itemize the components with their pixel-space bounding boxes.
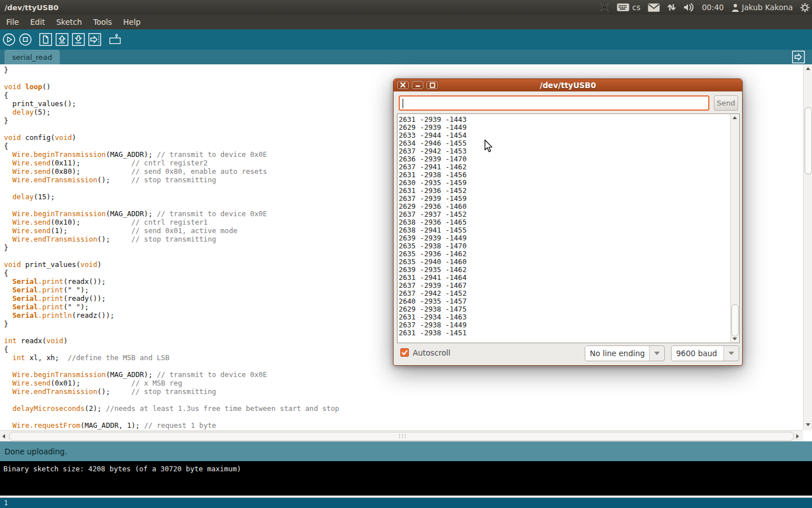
pinwheel-icon[interactable]: [599, 2, 610, 12]
toolbar: [0, 29, 812, 50]
serial-data-line: 2637 -2942 -1453: [399, 147, 739, 155]
serial-data-line: 2631 -2941 -1464: [399, 274, 739, 282]
open-sketch-button[interactable]: [55, 33, 69, 46]
status-bar: Done uploading.: [0, 441, 812, 461]
keyboard-layout-code: cs: [632, 3, 640, 12]
upload-button[interactable]: [88, 33, 102, 46]
serial-monitor-controls: Autoscroll No line ending 9600 baud: [394, 343, 742, 366]
serial-data-line: 2637 -2939 -1467: [399, 282, 739, 290]
system-tray: cs 00:40 Jakub Kakona: [599, 0, 810, 15]
clock[interactable]: 00:40: [702, 3, 724, 12]
code-line: [4, 413, 803, 421]
code-line: [4, 396, 803, 404]
send-button[interactable]: Send: [714, 95, 738, 111]
serial-monitor-titlebar[interactable]: /dev/ttyUSB0: [394, 79, 742, 91]
code-line: }: [4, 65, 803, 74]
menu-item-file[interactable]: File: [6, 17, 19, 27]
mouse-cursor: [484, 139, 495, 155]
session-gear-icon[interactable]: [800, 3, 810, 12]
user-name: Jakub Kakona: [742, 3, 793, 12]
serial-data-line: 2634 -2946 -1455: [399, 139, 739, 147]
serial-data-line: 2629 -2938 -1475: [399, 305, 739, 313]
serial-data-line: 2631 -2936 -1452: [399, 187, 739, 195]
menu-item-sketch[interactable]: Sketch: [56, 17, 82, 27]
tab-menu-button[interactable]: [792, 50, 805, 64]
serial-data-line: 2635 -2938 -1470: [399, 242, 739, 250]
keyboard-icon: [617, 3, 629, 11]
serial-output-lines: 2631 -2939 -14432629 -2939 -14492633 -29…: [399, 116, 739, 337]
console-output: Binary sketch size: 4208 bytes (of a 307…: [0, 461, 812, 496]
code-line: delayMicroseconds(2); //needs at least 1…: [4, 404, 803, 413]
serial-data-line: 2638 -2941 -1455: [399, 226, 739, 234]
clock-time: 00:40: [702, 3, 724, 12]
baud-rate-value: 9600 baud: [672, 346, 724, 361]
serial-data-line: 2635 -2940 -1460: [399, 258, 739, 266]
code-line: Wire.requestFrom(MAG_ADDR, 1); // reques…: [4, 421, 803, 430]
serial-output-scrollbar[interactable]: [730, 114, 739, 343]
minimize-icon: [415, 82, 421, 87]
serial-scroll-thumb[interactable]: [731, 304, 739, 336]
code-line: Wire.send(0x01); // x MSB reg: [4, 379, 803, 387]
chevron-down-icon: [654, 352, 660, 355]
system-panel: /dev/ttyUSB0 cs 00:40 Jakub Kakona: [0, 0, 812, 15]
serial-data-line: 2640 -2935 -1457: [399, 297, 739, 305]
serial-data-line: 2637 -2941 -1462: [399, 163, 739, 171]
serial-data-line: 2637 -2939 -1459: [399, 195, 739, 203]
serial-data-line: 2639 -2939 -1449: [399, 234, 739, 242]
close-button[interactable]: [397, 81, 409, 89]
autoscroll-label: Autoscroll: [413, 348, 451, 357]
serial-data-line: 2637 -2938 -1449: [399, 321, 739, 329]
keyboard-layout-indicator[interactable]: cs: [617, 3, 640, 12]
serial-output-area[interactable]: 2631 -2939 -14432629 -2939 -14492633 -29…: [397, 113, 740, 343]
check-icon: [401, 350, 408, 356]
tab-serial-read[interactable]: serial_read: [5, 50, 60, 64]
baud-rate-select[interactable]: 9600 baud: [671, 345, 739, 361]
menubar: FileEditSketchToolsHelp: [0, 15, 812, 29]
stop-button[interactable]: [19, 33, 32, 46]
serial-data-line: 2631 -2938 -1456: [399, 171, 739, 179]
minimize-button[interactable]: [412, 81, 423, 89]
line-indicator-strip: 1: [0, 497, 812, 508]
maximize-button[interactable]: [426, 81, 438, 89]
line-ending-select[interactable]: No line ending: [585, 345, 665, 361]
maximize-icon: [430, 82, 435, 88]
serial-data-line: 2631 -2939 -1443: [399, 116, 739, 124]
baud-dropdown-button[interactable]: [724, 346, 739, 361]
new-sketch-button[interactable]: [39, 33, 52, 46]
menu-item-tools[interactable]: Tools: [93, 17, 112, 27]
save-sketch-button[interactable]: [72, 33, 85, 46]
updown-arrows-icon[interactable]: [667, 3, 676, 12]
user-icon: [731, 3, 739, 12]
close-icon: [400, 82, 405, 87]
send-button-label: Send: [717, 99, 735, 107]
tab-strip: serial_read: [0, 50, 812, 64]
autoscroll-checkbox[interactable]: [400, 348, 409, 357]
serial-monitor-title: /dev/ttyUSB0: [540, 81, 596, 90]
serial-monitor-window: /dev/ttyUSB0 Send 2631 -2939 -14432629 -…: [393, 78, 743, 366]
window-controls: [397, 81, 438, 89]
serial-data-line: 2637 -2942 -1452: [399, 290, 739, 297]
serial-data-line: 2637 -2937 -1452: [399, 211, 739, 218]
line-ending-dropdown-button[interactable]: [650, 346, 664, 361]
user-menu[interactable]: Jakub Kakona: [731, 3, 793, 12]
menu-item-edit[interactable]: Edit: [30, 17, 45, 27]
serial-data-line: 2636 -2939 -1470: [399, 155, 739, 163]
menu-item-help[interactable]: Help: [123, 17, 141, 27]
serial-data-line: 2631 -2934 -1463: [399, 313, 739, 321]
serial-data-line: 2633 -2944 -1454: [399, 132, 739, 139]
serial-input-field[interactable]: [399, 95, 709, 111]
editor-vertical-scrollbar[interactable]: [803, 64, 812, 430]
chevron-down-icon: [729, 352, 734, 355]
mail-icon[interactable]: [648, 3, 660, 12]
serial-monitor-button[interactable]: [108, 33, 122, 46]
tab-label: serial_read: [12, 53, 52, 62]
line-ending-value: No line ending: [585, 346, 650, 361]
editor-horizontal-scrollbar[interactable]: |||: [0, 430, 803, 441]
verify-button[interactable]: [2, 33, 16, 46]
serial-data-line: 2629 -2939 -1449: [399, 124, 739, 132]
serial-input-row: Send: [399, 95, 738, 111]
volume-icon[interactable]: [683, 3, 695, 12]
serial-data-line: 2631 -2938 -1451: [399, 329, 739, 337]
editor-vscroll-thumb[interactable]: [805, 107, 812, 174]
serial-data-line: 2630 -2935 -1459: [399, 179, 739, 187]
